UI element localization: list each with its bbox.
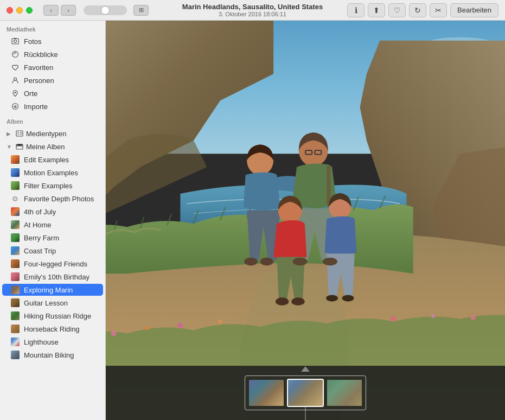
rueckblicke-icon (11, 50, 20, 59)
hiking-russian-thumb (11, 311, 20, 320)
nav-buttons: ‹ › (43, 5, 76, 16)
svg-point-28 (260, 258, 274, 266)
fourth-july-thumb (11, 207, 20, 216)
tools-button[interactable]: ✂ (430, 3, 447, 17)
mountain-biking-thumb (11, 351, 20, 359)
sidebar-item-motion-examples[interactable]: Motion Examples (2, 167, 103, 179)
lighthouse-thumb (11, 338, 20, 346)
rueckblicke-label: Rückblicke (24, 50, 58, 59)
svg-point-32 (145, 326, 149, 330)
importe-icon (11, 102, 20, 111)
titlebar: ‹ › ⊞ Marin Headlands, Sausalito, United… (0, 0, 505, 21)
sidebar-group-medientypen[interactable]: ▶ Medientypen (2, 128, 103, 139)
sidebar-item-orte[interactable]: Orte (2, 87, 103, 99)
share-button[interactable]: ⬆ (368, 3, 385, 17)
meine-alben-icon (15, 142, 24, 151)
svg-rect-2 (14, 38, 17, 39)
coast-trip-label: Coast Trip (24, 247, 56, 255)
depth-icon: ⚙ (11, 194, 20, 203)
chevron-right-icon: ▶ (7, 131, 13, 137)
sidebar-item-importe[interactable]: Importe (2, 100, 103, 112)
sidebar-item-favoriten[interactable]: Favoriten (2, 61, 103, 73)
sidebar-item-coast-trip[interactable]: Coast Trip (2, 245, 103, 257)
svg-point-23 (291, 297, 305, 306)
edit-examples-label: Edit Examples (24, 156, 69, 164)
meine-alben-label: Meine Alben (26, 143, 65, 151)
motion-examples-label: Motion Examples (24, 169, 78, 177)
favoriten-icon (11, 63, 20, 72)
lighthouse-label: Lighthouse (24, 338, 59, 346)
forward-button[interactable]: › (61, 5, 76, 16)
filter-examples-thumb (11, 181, 20, 190)
svg-point-34 (218, 320, 222, 323)
minimize-button[interactable] (16, 7, 23, 14)
filter-examples-label: Filter Examples (24, 182, 73, 190)
sidebar-item-exploring-marin[interactable]: Exploring Marin (2, 284, 103, 296)
sidebar: Mediathek Fotos Rückblicke Favoriten Per… (0, 21, 106, 420)
thumbnail-3[interactable] (326, 379, 363, 407)
svg-point-5 (15, 92, 16, 93)
sidebar-item-four-legged[interactable]: Four-legged Friends (2, 258, 103, 270)
fotos-icon (11, 37, 20, 46)
thumbnail-1[interactable] (248, 379, 285, 407)
personen-icon (11, 76, 20, 85)
sidebar-item-fotos[interactable]: Fotos (2, 35, 103, 47)
hiking-russian-label: Hiking Russian Ridge (24, 312, 91, 320)
sidebar-item-horseback[interactable]: Horseback Riding (2, 323, 103, 335)
strip-arrow (301, 365, 310, 373)
coast-trip-thumb (11, 246, 20, 255)
thumb-container (248, 379, 363, 407)
back-button[interactable]: ‹ (43, 5, 59, 16)
photo-area (106, 21, 505, 420)
importe-label: Importe (24, 103, 48, 111)
fourth-july-label: 4th of July (24, 208, 56, 216)
sidebar-item-edit-examples[interactable]: Edit Examples (2, 154, 103, 166)
photo-date: 3. Oktober 2016 18:06:11 (182, 11, 323, 17)
four-legged-label: Four-legged Friends (24, 260, 87, 268)
rotate-button[interactable]: ↻ (409, 3, 426, 17)
sidebar-item-berry-farm[interactable]: Berry Farm (2, 232, 103, 244)
horseback-label: Horseback Riding (24, 325, 80, 333)
zoom-slider[interactable] (84, 5, 127, 15)
svg-rect-8 (16, 131, 23, 136)
svg-point-33 (177, 323, 183, 328)
bearbeiten-button[interactable]: Bearbeiten (450, 3, 498, 17)
exploring-marin-thumb (11, 285, 20, 294)
sidebar-item-filter-examples[interactable]: Filter Examples (2, 180, 103, 192)
sidebar-item-favorite-depth[interactable]: ⚙ Favorite Depth Photos (2, 193, 103, 205)
svg-point-27 (244, 258, 258, 266)
at-home-label: At Home (24, 221, 52, 229)
sidebar-group-meine-alben[interactable]: ▼ Meine Alben (2, 141, 103, 152)
photo-title: Marin Headlands, Sausalito, United State… (182, 3, 323, 11)
sidebar-item-guitar-lesson[interactable]: Guitar Lesson (2, 297, 103, 309)
sidebar-item-emilys-birthday[interactable]: Emily's 10th Birthday (2, 271, 103, 283)
guitar-lesson-label: Guitar Lesson (24, 299, 68, 307)
thumbnail-2[interactable] (287, 379, 324, 407)
titlebar-center: Marin Headlands, Sausalito, United State… (182, 3, 323, 17)
info-button[interactable]: ℹ (347, 3, 365, 17)
sidebar-item-rueckblicke[interactable]: Rückblicke (2, 48, 103, 60)
titlebar-left: ‹ › ⊞ (7, 5, 149, 16)
favorite-button[interactable]: ♡ (388, 3, 406, 17)
maximize-button[interactable] (26, 7, 33, 14)
main-photo[interactable] (106, 21, 505, 420)
sidebar-item-fourth-july[interactable]: 4th of July (2, 206, 103, 218)
view-button[interactable]: ⊞ (133, 5, 149, 16)
svg-point-36 (391, 316, 396, 322)
sidebar-item-personen[interactable]: Personen (2, 74, 103, 86)
close-button[interactable] (7, 7, 13, 14)
sidebar-item-lighthouse[interactable]: Lighthouse (2, 336, 103, 348)
svg-rect-9 (17, 132, 19, 133)
emilys-birthday-thumb (11, 272, 20, 281)
sidebar-item-at-home[interactable]: At Home (2, 219, 103, 231)
svg-point-25 (326, 295, 338, 301)
guitar-lesson-thumb (11, 298, 20, 307)
traffic-lights (7, 7, 33, 14)
sidebar-item-mountain-biking[interactable]: Mountain Biking (2, 349, 103, 361)
emilys-birthday-label: Emily's 10th Birthday (24, 273, 90, 281)
personen-label: Personen (24, 77, 54, 85)
mediathek-header: Mediathek (0, 21, 105, 35)
svg-rect-10 (17, 134, 19, 135)
favoriten-label: Favoriten (24, 63, 53, 72)
sidebar-item-hiking-russian[interactable]: Hiking Russian Ridge (2, 310, 103, 322)
